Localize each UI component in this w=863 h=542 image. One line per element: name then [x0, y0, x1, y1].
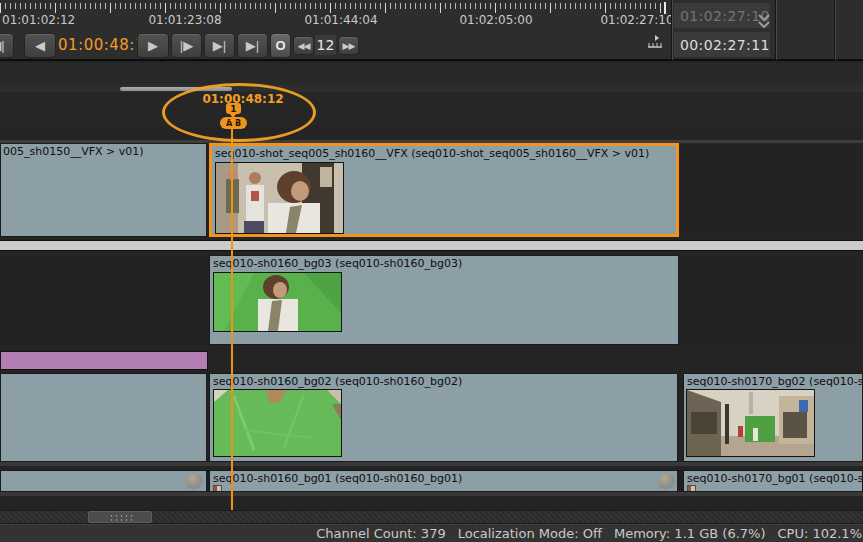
go-to-next-edit-icon: ▶|: [213, 38, 226, 53]
play-in-to-out-icon: |▶: [180, 38, 193, 53]
go-to-next-edit-button[interactable]: ▶|: [204, 33, 235, 58]
clip-sh0150-vfx[interactable]: 005_sh0150__VFX > v01): [0, 143, 207, 237]
playhead-timecode: 01:00:48:12: [202, 92, 283, 106]
horizontal-scrollbar-thumb[interactable]: [88, 511, 152, 523]
step-count-field[interactable]: 12: [315, 35, 336, 55]
track-v4: 005_sh0150__VFX > v01) seq010-shot_seq00…: [0, 143, 863, 237]
step-forward-10-button[interactable]: ▶▶: [338, 36, 359, 55]
mark-clip-icon[interactable]: [646, 34, 664, 49]
timeline-window: 01:01:02:12 01:01:23:08 01:01:44:04 01:0…: [0, 0, 863, 542]
track-separator: [0, 492, 863, 496]
status-memory: Memory: 1.1 GB (6.7%): [614, 526, 766, 541]
ruler-label: 01:01:02:12: [2, 13, 75, 27]
playhead-line[interactable]: [231, 126, 233, 510]
track-v3: seq010-sh0160_bg03 (seq010-sh0160_bg03): [0, 255, 863, 345]
clip-title: seq010-sh0160_bg02 (seq010-sh0160_bg02): [213, 375, 462, 388]
collapse-chevrons-icon[interactable]: [757, 13, 771, 31]
timeline-top-band: [0, 63, 863, 85]
panel-divider: [672, 0, 673, 60]
ruler-label: 01:02:27:10: [600, 13, 673, 27]
sequence-ruler-ticks: [0, 3, 668, 13]
play-in-to-out-button[interactable]: |▶: [171, 33, 202, 58]
clip-thumbnail-boy-street: [215, 162, 344, 234]
fast-forward-icon: ▶▶: [343, 41, 355, 51]
ruler-label: 01:01:44:04: [304, 13, 377, 27]
clip-v2-left[interactable]: [0, 373, 207, 462]
master-timecode-display[interactable]: 01:00:48:12: [58, 36, 136, 54]
clip-marker-icon: [213, 485, 222, 492]
play-button[interactable]: ▶: [137, 33, 169, 58]
motion-effect-icon: [186, 473, 203, 490]
status-bar: Channel Count: 379 Localization Mode: Of…: [0, 524, 863, 542]
panel-divider: [776, 0, 777, 60]
status-channel-count: Channel Count: 379: [316, 526, 445, 541]
clip-marker-icon: [687, 485, 696, 492]
panel-divider: [835, 0, 836, 60]
play-reverse-icon: ◀: [35, 38, 45, 53]
clip-title: seq010-sh0160_bg01 (seq010-sh0160_bg01): [213, 472, 462, 485]
in-out-markers[interactable]: A B: [220, 117, 247, 129]
timeline-ruler[interactable]: 01:00:47:22 01:00:50:00: [0, 92, 863, 126]
clip-sh0160-bg02[interactable]: seq010-sh0160_bg02 (seq010-sh0160_bg02): [209, 373, 678, 462]
go-to-end-button[interactable]: ▶|: [237, 33, 268, 58]
collapsed-track-strip[interactable]: [0, 240, 863, 251]
track-v2: seq010-sh0160_bg02 (seq010-sh0160_bg02) …: [0, 373, 863, 462]
clip-sh0170-bg01[interactable]: seq010-sh0170_bg01 (seq010-sh01: [683, 470, 863, 492]
clip-title: seq010-shot_seq005_sh0160__VFX (seq010-s…: [215, 147, 649, 160]
purple-clip-strip[interactable]: [0, 351, 208, 370]
clip-thumbnail-street-greenscreen: [686, 389, 815, 457]
clip-sh0160-vfx-selected[interactable]: seq010-shot_seq005_sh0160__VFX (seq010-s…: [209, 143, 679, 237]
ruler-label: 01:01:23:08: [148, 13, 221, 27]
status-cpu: CPU: 102.1%: [777, 526, 862, 541]
clip-title: seq010-sh0170_bg02 (seq010-sh01: [687, 375, 863, 388]
step-back-10-button[interactable]: ◀◀: [293, 36, 314, 55]
track-separator: [0, 462, 863, 466]
play-icon: ▶: [148, 38, 158, 53]
clip-title: 005_sh0150__VFX > v01): [3, 145, 144, 158]
rewind-icon: ◀◀: [298, 41, 310, 51]
step-backward-button[interactable]: ◀|: [0, 33, 14, 58]
play-reverse-button[interactable]: ◀: [24, 33, 56, 58]
scrollbar-grip-icon: [109, 514, 133, 522]
clip-title: seq010-sh0160_bg03 (seq010-sh0160_bg03): [213, 257, 462, 270]
motion-effect-icon: [658, 473, 675, 490]
timecode-counter-display[interactable]: 00:02:27:11: [674, 32, 770, 57]
clip-title: seq010-sh0170_bg01 (seq010-sh01: [687, 472, 863, 485]
sequence-duration-display[interactable]: 01:02:27:10: [674, 3, 770, 28]
go-to-end-icon: ▶|: [246, 38, 259, 53]
track-v1: seq010-sh0160_bg01 (seq010-sh0160_bg01) …: [0, 470, 863, 492]
ruler-label: 01:02:05:00: [459, 13, 532, 27]
clip-sh0160-bg03[interactable]: seq010-sh0160_bg03 (seq010-sh0160_bg03): [209, 255, 679, 345]
o-button[interactable]: O: [270, 33, 291, 58]
clip-v1-left[interactable]: [0, 470, 207, 492]
clip-sh0160-bg01[interactable]: seq010-sh0160_bg01 (seq010-sh0160_bg01): [209, 470, 678, 492]
step-backward-icon: ◀|: [0, 38, 5, 53]
clip-sh0170-bg02[interactable]: seq010-sh0170_bg02 (seq010-sh01: [683, 373, 863, 462]
status-localization-mode: Localization Mode: Off: [458, 526, 602, 541]
